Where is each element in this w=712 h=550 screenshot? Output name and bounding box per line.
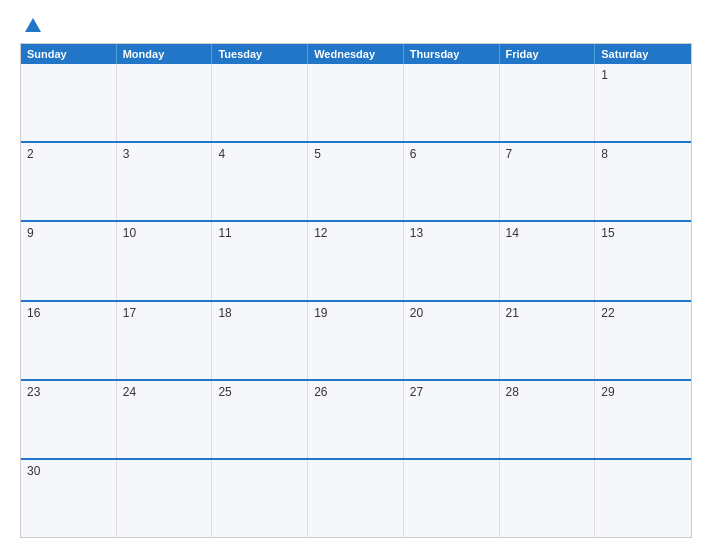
day-number: 18 (218, 306, 301, 320)
day-cell: 7 (500, 143, 596, 220)
day-cell: 14 (500, 222, 596, 299)
day-header-monday: Monday (117, 44, 213, 64)
day-header-thursday: Thursday (404, 44, 500, 64)
day-number: 8 (601, 147, 685, 161)
day-cell: 15 (595, 222, 691, 299)
day-number: 13 (410, 226, 493, 240)
day-cell: 3 (117, 143, 213, 220)
day-header-tuesday: Tuesday (212, 44, 308, 64)
day-number: 14 (506, 226, 589, 240)
day-number: 7 (506, 147, 589, 161)
day-cell: 12 (308, 222, 404, 299)
day-cell: 27 (404, 381, 500, 458)
day-cell: 22 (595, 302, 691, 379)
day-cell: 1 (595, 64, 691, 141)
week-row-2: 9101112131415 (21, 220, 691, 299)
day-cell: 19 (308, 302, 404, 379)
day-number: 29 (601, 385, 685, 399)
day-header-friday: Friday (500, 44, 596, 64)
logo (20, 18, 41, 33)
day-number: 21 (506, 306, 589, 320)
day-number: 10 (123, 226, 206, 240)
day-header-saturday: Saturday (595, 44, 691, 64)
week-row-1: 2345678 (21, 141, 691, 220)
day-number: 9 (27, 226, 110, 240)
day-cell: 26 (308, 381, 404, 458)
page: SundayMondayTuesdayWednesdayThursdayFrid… (0, 0, 712, 550)
day-number: 16 (27, 306, 110, 320)
day-cell: 20 (404, 302, 500, 379)
day-cell: 8 (595, 143, 691, 220)
day-cell: 28 (500, 381, 596, 458)
day-cell: 23 (21, 381, 117, 458)
calendar: SundayMondayTuesdayWednesdayThursdayFrid… (20, 43, 692, 538)
day-number: 3 (123, 147, 206, 161)
day-cell (595, 460, 691, 537)
day-cell: 17 (117, 302, 213, 379)
day-number: 23 (27, 385, 110, 399)
day-number: 30 (27, 464, 110, 478)
day-cell (500, 64, 596, 141)
day-number: 20 (410, 306, 493, 320)
day-cell (308, 460, 404, 537)
day-number: 5 (314, 147, 397, 161)
logo-blue-row (20, 18, 41, 33)
day-headers-row: SundayMondayTuesdayWednesdayThursdayFrid… (21, 44, 691, 64)
logo-triangle-icon (25, 18, 41, 32)
day-cell (500, 460, 596, 537)
day-cell (404, 460, 500, 537)
day-cell (212, 64, 308, 141)
day-cell: 21 (500, 302, 596, 379)
day-cell: 11 (212, 222, 308, 299)
day-cell (21, 64, 117, 141)
day-number: 2 (27, 147, 110, 161)
day-number: 27 (410, 385, 493, 399)
day-cell (212, 460, 308, 537)
day-cell: 13 (404, 222, 500, 299)
day-number: 6 (410, 147, 493, 161)
day-cell: 24 (117, 381, 213, 458)
day-cell: 16 (21, 302, 117, 379)
day-cell: 18 (212, 302, 308, 379)
day-cell: 9 (21, 222, 117, 299)
week-row-0: 1 (21, 64, 691, 141)
day-number: 28 (506, 385, 589, 399)
day-cell: 2 (21, 143, 117, 220)
day-cell: 30 (21, 460, 117, 537)
day-header-wednesday: Wednesday (308, 44, 404, 64)
header (20, 18, 692, 33)
day-cell: 5 (308, 143, 404, 220)
day-number: 19 (314, 306, 397, 320)
day-cell (404, 64, 500, 141)
day-number: 25 (218, 385, 301, 399)
day-cell: 10 (117, 222, 213, 299)
day-number: 17 (123, 306, 206, 320)
day-cell: 4 (212, 143, 308, 220)
day-header-sunday: Sunday (21, 44, 117, 64)
day-number: 26 (314, 385, 397, 399)
day-number: 24 (123, 385, 206, 399)
day-number: 1 (601, 68, 685, 82)
day-number: 11 (218, 226, 301, 240)
day-cell: 6 (404, 143, 500, 220)
day-number: 4 (218, 147, 301, 161)
day-cell: 25 (212, 381, 308, 458)
day-cell (117, 460, 213, 537)
week-row-5: 30 (21, 458, 691, 537)
day-cell (117, 64, 213, 141)
day-number: 12 (314, 226, 397, 240)
day-cell: 29 (595, 381, 691, 458)
day-number: 22 (601, 306, 685, 320)
day-number: 15 (601, 226, 685, 240)
day-cell (308, 64, 404, 141)
week-row-4: 23242526272829 (21, 379, 691, 458)
week-row-3: 16171819202122 (21, 300, 691, 379)
weeks-container: 1234567891011121314151617181920212223242… (21, 64, 691, 537)
